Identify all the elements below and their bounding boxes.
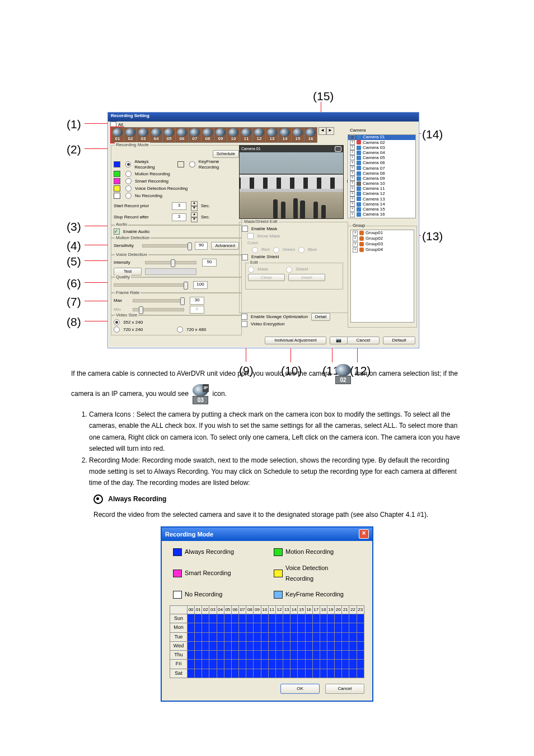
camera-list-item[interactable]: +Camera 14 (348, 202, 415, 207)
schedule-cell[interactable] (239, 660, 246, 669)
schedule-cell[interactable] (335, 614, 342, 623)
camera-list-item[interactable]: +Camera 15 (348, 207, 415, 212)
camera-list-item[interactable]: +Camera 04 (348, 150, 415, 155)
schedule-cell[interactable] (320, 623, 327, 632)
schedule-cell[interactable] (357, 632, 364, 641)
expand-icon[interactable]: + (350, 140, 355, 145)
frame-min-slider[interactable] (133, 308, 184, 311)
schedule-cell[interactable] (305, 660, 312, 669)
camera-tile-02[interactable]: 02 (124, 127, 137, 143)
schedule-cell[interactable] (231, 614, 238, 623)
schedule-button[interactable]: Schedule (213, 150, 239, 158)
schedule-cell[interactable] (283, 660, 291, 669)
schedule-cell[interactable] (327, 651, 334, 660)
schedule-cell[interactable] (209, 660, 217, 669)
schedule-cell[interactable] (231, 632, 238, 641)
schedule-cell[interactable] (268, 651, 275, 660)
enable-mask-check[interactable] (242, 226, 248, 232)
schedule-cell[interactable] (312, 641, 320, 650)
camera-list-item[interactable]: +Camera 13 (348, 197, 415, 202)
schedule-cell[interactable] (239, 641, 246, 650)
schedule-cell[interactable] (349, 614, 357, 623)
schedule-cell[interactable] (202, 660, 209, 669)
schedule-cell[interactable] (246, 614, 254, 623)
schedule-cell[interactable] (268, 623, 275, 632)
camera-list-item[interactable]: +Camera 10 (348, 181, 415, 186)
default-button[interactable]: Default (383, 337, 415, 344)
schedule-cell[interactable] (305, 651, 312, 660)
schedule-cell[interactable] (291, 632, 298, 641)
schedule-grid[interactable]: 0001020304050607080910111213141516171819… (170, 605, 364, 678)
schedule-cell[interactable] (268, 632, 275, 641)
schedule-cell[interactable] (298, 623, 305, 632)
schedule-cell[interactable] (209, 669, 217, 678)
sensitivity-slider[interactable] (142, 244, 189, 248)
group-list-item[interactable]: +Group04 (351, 247, 414, 253)
schedule-cell[interactable] (349, 641, 357, 650)
schedule-cell[interactable] (327, 614, 334, 623)
camera-list-item[interactable]: +Camera 02 (348, 140, 415, 145)
expand-icon[interactable]: + (350, 161, 355, 166)
schedule-cell[interactable] (275, 651, 283, 660)
camera-tile-05[interactable]: 05 (162, 127, 175, 143)
schedule-cell[interactable] (298, 669, 305, 678)
schedule-cell[interactable] (283, 614, 291, 623)
schedule-cell[interactable] (349, 669, 357, 678)
expand-icon[interactable]: + (350, 166, 355, 171)
schedule-cell[interactable] (349, 632, 357, 641)
schedule-cell[interactable] (312, 651, 320, 660)
voice-radio[interactable] (125, 185, 132, 192)
expand-icon[interactable]: + (350, 207, 355, 212)
expand-icon[interactable]: + (353, 236, 358, 241)
intensity-slider[interactable] (145, 261, 196, 264)
close-icon[interactable]: × (359, 529, 369, 539)
schedule-cell[interactable] (195, 660, 202, 669)
schedule-cell[interactable] (342, 623, 349, 632)
schedule-cell[interactable] (312, 623, 320, 632)
expand-icon[interactable]: + (350, 197, 355, 202)
schedule-cell[interactable] (275, 614, 283, 623)
schedule-cell[interactable] (312, 632, 320, 641)
schedule-cell[interactable] (357, 660, 364, 669)
schedule-cell[interactable] (188, 660, 195, 669)
group-list-item[interactable]: +Group02 (351, 236, 414, 241)
schedule-cell[interactable] (305, 632, 312, 641)
expand-icon[interactable]: + (350, 212, 355, 217)
expand-icon[interactable]: + (350, 176, 355, 181)
schedule-cell[interactable] (217, 660, 224, 669)
schedule-cancel-button[interactable]: Cancel (325, 684, 364, 694)
frame-max-value[interactable]: 30 (190, 297, 204, 305)
group-list[interactable]: +Group01+Group02+Group03+Group04 (350, 230, 414, 323)
motion-radio[interactable] (125, 171, 132, 177)
schedule-cell[interactable] (320, 632, 327, 641)
schedule-cell[interactable] (342, 632, 349, 641)
schedule-cell[interactable] (335, 660, 342, 669)
schedule-cell[interactable] (188, 651, 195, 660)
schedule-cell[interactable] (283, 641, 291, 650)
vsize-b-radio[interactable] (114, 326, 120, 333)
schedule-cell[interactable] (195, 623, 202, 632)
vsize-a-radio[interactable] (114, 319, 120, 325)
schedule-cell[interactable] (342, 641, 349, 650)
schedule-cell[interactable] (231, 641, 238, 650)
schedule-cell[interactable] (188, 669, 195, 678)
camera-list-item[interactable]: +Camera 06 (348, 161, 415, 166)
schedule-cell[interactable] (231, 669, 238, 678)
schedule-cell[interactable] (275, 660, 283, 669)
camera-tile-13[interactable]: 13 (265, 127, 278, 143)
camera-list-item[interactable]: +Camera 07 (348, 166, 415, 171)
schedule-cell[interactable] (246, 641, 254, 650)
start-prior-input[interactable]: 3 (172, 202, 186, 210)
stop-after-input[interactable]: 3 (172, 213, 186, 221)
camera-tile-14[interactable]: 14 (278, 127, 291, 143)
schedule-cell[interactable] (312, 614, 320, 623)
schedule-cell[interactable] (188, 614, 195, 623)
schedule-cell[interactable] (209, 641, 217, 650)
schedule-cell[interactable] (305, 614, 312, 623)
camera-list-item[interactable]: +Camera 03 (348, 145, 415, 150)
schedule-cell[interactable] (261, 614, 268, 623)
schedule-cell[interactable] (195, 614, 202, 623)
schedule-cell[interactable] (217, 669, 224, 678)
schedule-cell[interactable] (305, 669, 312, 678)
schedule-cell[interactable] (357, 623, 364, 632)
